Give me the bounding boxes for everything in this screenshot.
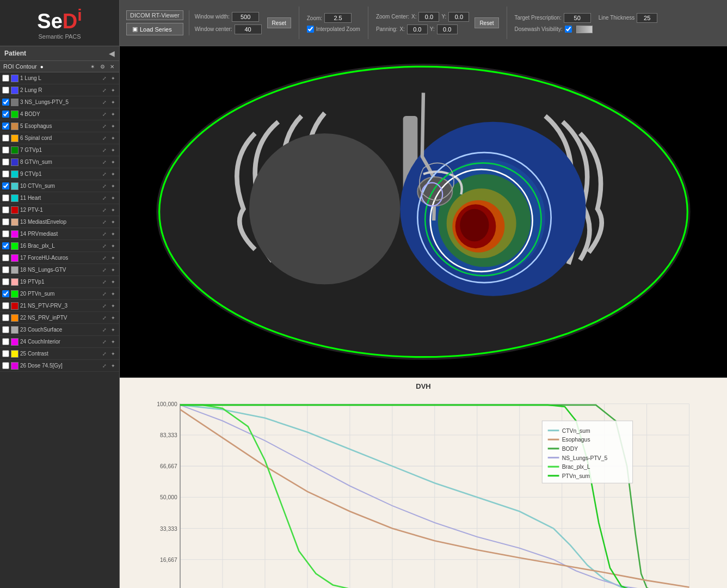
- roi-move-icon[interactable]: ✦: [109, 146, 117, 154]
- interpolated-zoom-checkbox[interactable]: [307, 26, 314, 33]
- zoom-center-y-input[interactable]: [448, 12, 469, 22]
- roi-visibility-checkbox[interactable]: [2, 170, 9, 177]
- roi-name-label: 17 ForceHU-Acuros: [20, 255, 99, 261]
- roi-visibility-checkbox[interactable]: [2, 230, 9, 237]
- roi-visibility-checkbox[interactable]: [2, 302, 9, 309]
- roi-visibility-checkbox[interactable]: [2, 146, 9, 154]
- window-width-input[interactable]: [232, 12, 259, 22]
- roi-visibility-checkbox[interactable]: [2, 290, 9, 297]
- roi-move-icon[interactable]: ✦: [109, 314, 117, 322]
- roi-visibility-checkbox[interactable]: [2, 111, 9, 118]
- panning-y-input[interactable]: [437, 24, 458, 34]
- roi-move-icon[interactable]: ✦: [109, 182, 117, 190]
- roi-visibility-checkbox[interactable]: [2, 182, 9, 189]
- sidebar-collapse-button[interactable]: ◀: [109, 49, 115, 58]
- roi-visibility-checkbox[interactable]: [2, 278, 9, 285]
- roi-pin-icon[interactable]: ⤢: [101, 326, 108, 334]
- roi-move-icon[interactable]: ✦: [109, 87, 117, 94]
- roi-visibility-checkbox[interactable]: [2, 254, 9, 261]
- roi-pin-icon[interactable]: ⤢: [101, 266, 108, 274]
- roi-move-icon[interactable]: ✦: [109, 122, 117, 130]
- roi-visibility-checkbox[interactable]: [2, 266, 9, 273]
- roi-move-icon[interactable]: ✦: [109, 99, 117, 106]
- dosewash-slider[interactable]: [576, 26, 593, 33]
- panning-x-input[interactable]: [407, 24, 428, 34]
- roi-color-swatch: [11, 218, 19, 226]
- load-series-button[interactable]: ▣ Load Series: [126, 23, 183, 35]
- roi-visibility-checkbox[interactable]: [2, 314, 9, 321]
- list-item: 13 MediastEnvelop ⤢ ✦: [0, 216, 119, 228]
- roi-move-icon[interactable]: ✦: [109, 242, 117, 250]
- roi-visibility-checkbox[interactable]: [2, 326, 9, 333]
- roi-move-icon[interactable]: ✦: [109, 194, 117, 202]
- roi-settings-icon[interactable]: ⚙: [98, 63, 106, 70]
- roi-star-icon[interactable]: ✶: [89, 63, 96, 70]
- roi-visibility-checkbox[interactable]: [2, 87, 9, 94]
- roi-move-icon[interactable]: ✦: [109, 350, 117, 358]
- roi-visibility-checkbox[interactable]: [2, 158, 9, 166]
- roi-pin-icon[interactable]: ⤢: [101, 111, 108, 118]
- roi-move-icon[interactable]: ✦: [109, 206, 117, 214]
- roi-pin-icon[interactable]: ⤢: [101, 218, 108, 226]
- roi-visibility-checkbox[interactable]: [2, 194, 9, 201]
- roi-move-icon[interactable]: ✦: [109, 230, 117, 238]
- roi-visibility-checkbox[interactable]: [2, 362, 9, 369]
- roi-pin-icon[interactable]: ⤢: [101, 350, 108, 358]
- roi-move-icon[interactable]: ✦: [109, 302, 117, 310]
- roi-pin-icon[interactable]: ⤢: [101, 278, 108, 286]
- roi-move-icon[interactable]: ✦: [109, 134, 117, 142]
- roi-move-icon[interactable]: ✦: [109, 290, 117, 298]
- roi-pin-icon[interactable]: ⤢: [101, 122, 108, 130]
- roi-pin-icon[interactable]: ⤢: [101, 87, 108, 94]
- roi-color-swatch: [11, 134, 19, 142]
- roi-visibility-checkbox[interactable]: [2, 75, 9, 82]
- roi-visibility-checkbox[interactable]: [2, 206, 9, 213]
- roi-move-icon[interactable]: ✦: [109, 254, 117, 262]
- roi-pin-icon[interactable]: ⤢: [101, 242, 108, 250]
- roi-visibility-checkbox[interactable]: [2, 99, 9, 106]
- roi-move-icon[interactable]: ✦: [109, 362, 117, 370]
- ct-image-viewer[interactable]: [120, 46, 727, 378]
- line-thickness-input[interactable]: [637, 13, 657, 23]
- roi-move-icon[interactable]: ✦: [109, 158, 117, 166]
- roi-move-icon[interactable]: ✦: [109, 326, 117, 334]
- roi-move-icon[interactable]: ✦: [109, 266, 117, 274]
- roi-pin-icon[interactable]: ⤢: [101, 75, 108, 82]
- roi-pin-icon[interactable]: ⤢: [101, 194, 108, 202]
- window-center-input[interactable]: [235, 24, 262, 34]
- roi-pin-icon[interactable]: ⤢: [101, 134, 108, 142]
- roi-pin-icon[interactable]: ⤢: [101, 290, 108, 298]
- roi-visibility-checkbox[interactable]: [2, 350, 9, 357]
- roi-pin-icon[interactable]: ⤢: [101, 158, 108, 166]
- roi-visibility-checkbox[interactable]: [2, 338, 9, 345]
- roi-move-icon[interactable]: ✦: [109, 338, 117, 346]
- dosewash-visibility-checkbox[interactable]: [565, 26, 572, 33]
- roi-visibility-checkbox[interactable]: [2, 122, 9, 130]
- roi-pin-icon[interactable]: ⤢: [101, 362, 108, 370]
- roi-pin-icon[interactable]: ⤢: [101, 170, 108, 178]
- roi-move-icon[interactable]: ✦: [109, 278, 117, 286]
- roi-visibility-checkbox[interactable]: [2, 242, 9, 249]
- reset-panning-button[interactable]: Reset: [475, 17, 498, 28]
- roi-move-icon[interactable]: ✦: [109, 218, 117, 226]
- reset-window-button[interactable]: Reset: [267, 17, 291, 28]
- roi-pin-icon[interactable]: ⤢: [101, 99, 108, 106]
- zoom-input[interactable]: [324, 13, 352, 23]
- roi-pin-icon[interactable]: ⤢: [101, 146, 108, 154]
- roi-move-icon[interactable]: ✦: [109, 170, 117, 178]
- roi-pin-icon[interactable]: ⤢: [101, 206, 108, 214]
- roi-visibility-checkbox[interactable]: [2, 218, 9, 225]
- roi-pin-icon[interactable]: ⤢: [101, 182, 108, 190]
- roi-pin-icon[interactable]: ⤢: [101, 302, 108, 310]
- roi-pin-icon[interactable]: ⤢: [101, 254, 108, 262]
- zoom-center-x-input[interactable]: [418, 12, 439, 22]
- roi-pin-icon[interactable]: ⤢: [101, 230, 108, 238]
- roi-actions: ⤢ ✦: [101, 87, 117, 94]
- roi-pin-icon[interactable]: ⤢: [101, 338, 108, 346]
- target-prescription-input[interactable]: [564, 13, 591, 23]
- roi-visibility-checkbox[interactable]: [2, 134, 9, 142]
- roi-pin-icon[interactable]: ⤢: [101, 314, 108, 322]
- roi-move-icon[interactable]: ✦: [109, 111, 117, 118]
- roi-close-icon[interactable]: ✕: [108, 63, 116, 70]
- roi-move-icon[interactable]: ✦: [109, 75, 117, 82]
